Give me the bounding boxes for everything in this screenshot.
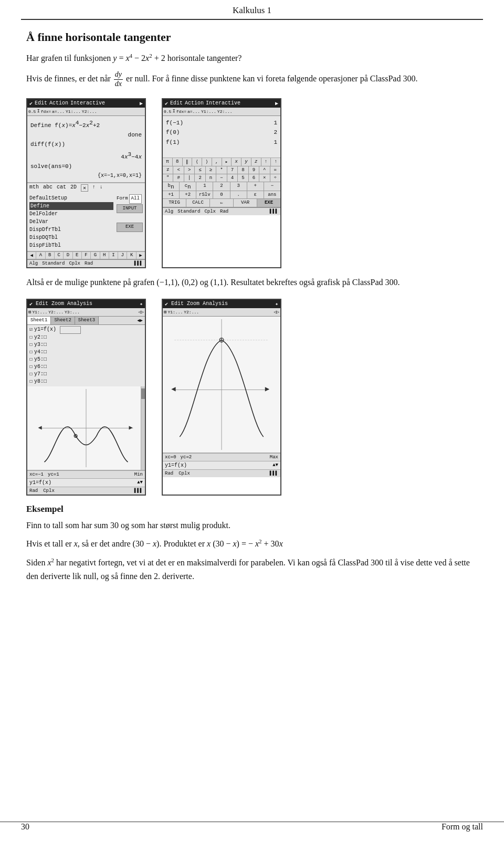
calc-right-display: f(−1) 1 f(0) 2 f(1) 1 <box>163 116 280 158</box>
main-heading: Å finne horisontale tangenter <box>26 30 478 44</box>
key-plus1: +1 <box>163 191 180 198</box>
p1-formula: y = x4 − 2x2 + 2 <box>113 54 167 62</box>
form-label: Form <box>117 195 128 203</box>
p1-pre: Har grafen til funksjonen <box>26 54 113 62</box>
key-8: 8 <box>173 158 183 166</box>
key-5: 5 <box>238 174 248 182</box>
calc-left-list: DefaultSetup Define DelFolder DelVar Dis… <box>27 193 145 251</box>
inputbar-x: ✕ <box>81 184 88 192</box>
exe-button[interactable]: EXE <box>117 223 143 232</box>
zoom-left-xc: xc=−1 <box>29 472 44 477</box>
y-row-1: ☑ y1=f(x) <box>29 326 143 334</box>
y5-check: ☐ <box>29 356 33 363</box>
section-eksempel: Eksempel <box>26 504 478 514</box>
svg-text:▶: ▶ <box>129 424 133 432</box>
alpha-rt: ▶ <box>136 252 145 259</box>
zoom-left-edit: Edit <box>36 301 48 307</box>
zoom-right-xc: xc=0 <box>165 455 176 460</box>
zr-toolbar-grid: ⊞ <box>164 309 166 315</box>
zoom-left-analysis: Analysis <box>67 301 92 307</box>
kbd-row-3: " # | 2 n − 4 5 6 × ÷ <box>163 174 280 182</box>
y5-label: y5:□ <box>34 356 47 363</box>
calc-right-status: Alg Standard Cplx Rad ▌▌▌ <box>163 207 280 215</box>
key-geq: ≥ <box>206 166 216 174</box>
zoom-left-scroll-btns: ▲▼ <box>137 480 143 486</box>
key-x: x <box>232 158 242 166</box>
key-hash: # <box>173 174 184 182</box>
r-status-battery: ▌▌▌ <box>270 209 278 214</box>
r-status-standard: Standard <box>177 209 200 214</box>
zr-toolbar-nav: ◁▷ <box>274 309 279 315</box>
y8-label: y8:□ <box>34 378 47 385</box>
kbd-row-1: π 8 ∥ ⟨ ⟩ , ▸ x y z ↑ ↑ <box>163 158 280 166</box>
calc-right-screen: ✔ Edit Action Interactive ▶ 0.5 I fdx= a… <box>162 98 281 269</box>
zr-status-battery: ▌▌▌ <box>270 471 278 476</box>
list-item-delfolder: DelFolder <box>29 210 113 218</box>
status-alg: Alg <box>29 261 38 266</box>
disp-l3-left: diff(f(x)) <box>30 140 65 149</box>
kbd-row-5: +1 +2 rSlv 0 . ε ans <box>163 191 280 199</box>
zoom-left-inputtext: y1=f(x) <box>29 480 51 486</box>
inputbar-down: ↓ <box>100 184 103 192</box>
r-l1-right: 1 <box>274 118 277 128</box>
alpha-F: F <box>82 252 91 259</box>
y-row-5: ☐ y5:□ <box>29 356 143 363</box>
zoom-sheet-tabs: Sheet1 Sheet2 Sheet3 ◀▶ <box>27 317 145 325</box>
zr-toolbar-y1: Y1:... <box>167 310 183 314</box>
tab-arrow: ◀▶ <box>135 317 145 324</box>
key-3: 3 <box>230 182 247 191</box>
r-line-3: f(1) 1 <box>166 138 277 148</box>
alpha-C: C <box>55 252 64 259</box>
r-l2-right: 2 <box>274 128 277 138</box>
zr-toolbar-y2: Y2:... <box>184 310 199 314</box>
tab-sheet1[interactable]: Sheet1 <box>27 317 51 324</box>
key-var: VAR <box>234 199 257 207</box>
status-standard: Standard <box>42 261 65 266</box>
calc-left-menu-arrow: ▶ <box>140 100 143 107</box>
y1-box <box>60 326 81 334</box>
y6-check: ☐ <box>29 363 33 371</box>
alpha-K: K <box>127 252 136 259</box>
r-toolbar-4: a=... <box>187 109 200 114</box>
calc-right-edit: Edit <box>170 100 183 106</box>
p2-pre: Hvis de finnes, er det når <box>26 74 113 83</box>
y8-check: ☐ <box>29 378 33 385</box>
zoom-left-scrollbar[interactable] <box>141 386 145 470</box>
input-button[interactable]: INPUT <box>117 204 143 214</box>
svg-text:◀: ◀ <box>38 424 43 432</box>
y4-label: y4:□ <box>34 349 47 356</box>
alpha-E: E <box>73 252 82 259</box>
p2-post: er null. For å finne disse punktene kan … <box>126 74 417 83</box>
key-calc: CALC <box>186 199 210 207</box>
key-gt2: > <box>184 166 195 174</box>
footer-left: 30 <box>21 822 29 832</box>
key-arrow: ▸ <box>222 158 232 166</box>
p3-text: Altså er de mulige punktene på grafen (−… <box>26 278 400 287</box>
zoom-left-graph: ◀ ▶ <box>27 386 145 470</box>
disp-l2-right: done <box>110 131 142 140</box>
key-neq: ≠ <box>163 166 173 174</box>
calc-right-keyboard: π 8 ∥ ⟨ ⟩ , ▸ x y z ↑ ↑ ≠ < > ≤ <box>163 158 280 208</box>
r-l3-left: f(1) <box>166 138 180 148</box>
kbd-row-6: TRIG CALC ⇐ VAR EXE <box>163 199 280 207</box>
paragraph-5: Hvis et tall er x, så er det andre (30 −… <box>26 537 478 551</box>
form-value: All <box>129 194 142 204</box>
calc-left-toolbar: 0.5 I fdx= a=... Y1:... Y2:... <box>27 108 145 116</box>
tab-sheet2[interactable]: Sheet2 <box>51 317 75 324</box>
key-7: 7 <box>227 166 238 174</box>
key-times: × <box>259 174 270 182</box>
footer-right: Form og tall <box>442 822 483 832</box>
calc-left-screen: ✔ Edit Action Interactive ▶ 0.5 I fdx= a… <box>26 98 146 269</box>
key-leq: ≤ <box>195 166 205 174</box>
key-2n: 2 <box>195 174 205 182</box>
page-title: Kalkulus 1 <box>233 5 271 15</box>
key-lt: ⟨ <box>192 158 202 166</box>
key-pi: π <box>163 158 173 166</box>
tab-sheet3[interactable]: Sheet3 <box>75 317 99 324</box>
inputbar-up: ↑ <box>92 184 96 192</box>
y2-label: y2:□ <box>34 334 47 341</box>
paragraph-1: Har grafen til funksjonen y = x4 − 2x2 +… <box>26 51 478 65</box>
r-status-rad: Rad <box>220 209 228 214</box>
inputbar-mth: mth <box>29 184 39 192</box>
key-y: y <box>242 158 251 166</box>
